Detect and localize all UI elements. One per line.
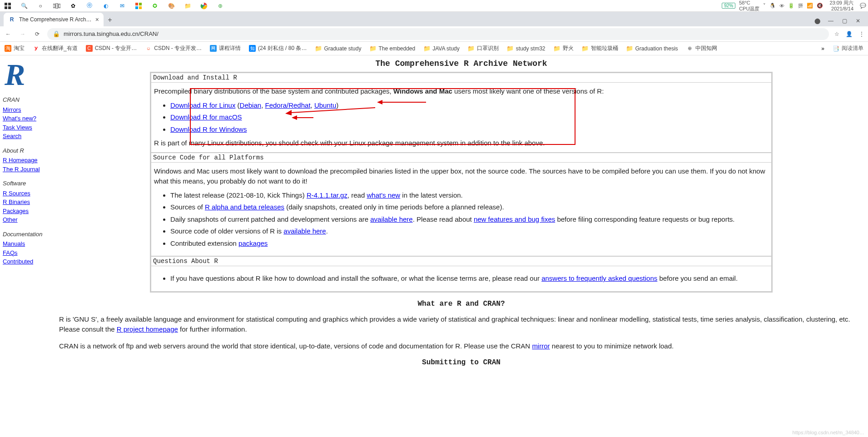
search-icon[interactable]: 🔍 [20,2,28,10]
sidebar-link-taskviews[interactable]: Task Views [3,123,52,132]
svg-rect-10 [139,6,142,9]
link-r-project[interactable]: R project homepage [117,325,178,333]
start-icon[interactable] [4,2,12,10]
bookmark-csdn[interactable]: CCSDN - 专业开… [86,45,137,52]
cortana-icon[interactable]: ○ [36,2,45,10]
tab-close-icon[interactable]: × [95,16,99,23]
main-content: The Comprehensive R Archive Network Down… [55,55,868,388]
app-icon-2[interactable]: 🎨 [167,2,175,10]
page-title: The Comprehensive R Archive Network [150,59,773,68]
volume-icon[interactable]: 🔇 [817,3,823,9]
sidebar-link-faqs[interactable]: FAQs [3,248,52,258]
profile-icon[interactable]: 👤 [846,31,853,37]
link-whats-new[interactable]: what's new [367,191,400,199]
task-view-icon[interactable] [53,2,61,10]
link-ubuntu[interactable]: Ubuntu [314,101,336,109]
ie-icon[interactable]: ⓔ [85,2,94,10]
para-r-intro: R is 'GNU S', a freely available languag… [59,314,863,335]
link-download-windows[interactable]: Download R for Windows [170,125,247,133]
sidebar-link-homepage[interactable]: R Homepage [3,156,52,165]
wechat-icon[interactable]: ✪ [151,2,159,10]
link-debian[interactable]: Debian [240,101,262,109]
csdn-icon: C [86,45,93,52]
bookmark-mask[interactable]: 📁口罩识别 [468,45,499,52]
sidebar-link-manuals[interactable]: Manuals [3,239,52,248]
sidebar-group-cran: CRAN Mirrors What's new? Task Views Sear… [3,95,52,141]
sidebar-link-sources[interactable]: R Sources [3,189,52,198]
chrome-account-icon[interactable]: ⬤ [811,15,823,26]
bookmark-thesis[interactable]: 📁Graduation thesis [626,45,678,52]
link-older-versions[interactable]: available here [283,227,326,235]
sidebar-link-whatsnew[interactable]: What's new? [3,114,52,123]
svg-rect-4 [53,4,55,8]
link-cran-mirror[interactable]: mirror [532,342,550,350]
qq-tray-icon[interactable]: 🐧 [769,3,776,9]
bookmark-stm32[interactable]: 📁study stm32 [507,45,546,52]
tray-icon-eye[interactable]: 👁 [779,3,784,9]
folder-icon: 📁 [369,45,376,52]
link-packages[interactable]: packages [238,239,268,247]
chrome-icon[interactable] [200,2,208,10]
link-alpha-beta[interactable]: R alpha and beta releases [205,203,284,211]
bookmark-embedded[interactable]: 📁The embedded [369,45,415,52]
window-close-icon[interactable]: ✕ [852,15,864,26]
sidebar-link-packages[interactable]: Packages [3,207,52,216]
chevron-down-icon[interactable]: ˅ [763,3,766,9]
svg-rect-3 [8,6,11,9]
bookmark-yehuo[interactable]: 📁野火 [554,45,574,52]
star-icon[interactable]: ☆ [834,31,839,37]
kebab-menu-icon[interactable]: ⋮ [859,31,864,37]
tray-icon-battery[interactable]: 🔋 [788,3,794,9]
bookmark-youdao[interactable]: У在线翻译_有道 [33,45,78,52]
link-snapshots[interactable]: available here [370,215,412,223]
reload-button[interactable]: ⟳ [33,30,42,39]
bookmark-zhihu[interactable]: 知(24 封私信 / 80 条… [249,45,307,52]
window-maximize-icon[interactable]: ▢ [838,15,851,26]
bookmark-more[interactable]: » [821,45,824,52]
app-icon-1[interactable]: ✿ [69,2,77,10]
back-button[interactable]: ← [4,30,13,39]
bookmark-java[interactable]: 📁JAVA study [423,45,460,52]
bookmark-taobao[interactable]: 淘淘宝 [5,45,25,52]
bookmark-trash[interactable]: 📁智能垃圾桶 [582,45,618,52]
linux-note: R is part of many Linux distributions, y… [154,138,769,149]
bookmark-cnki[interactable]: ⊕中国知网 [686,45,717,52]
bookmark-csdn-2[interactable]: ☺CSDN - 专业开发… [145,45,202,52]
forward-button[interactable]: → [18,30,27,39]
mail-icon[interactable]: ✉ [118,2,126,10]
bookmark-mooc[interactable]: 网课程详情 [210,45,241,52]
wifi-icon[interactable]: 📶 [807,3,813,9]
window-minimize-icon[interactable]: — [824,15,837,26]
link-features-bugs[interactable]: new features and bug fixes [474,215,555,223]
app-icon-3[interactable]: ⊕ [216,2,224,10]
sidebar-link-contributed[interactable]: Contributed [3,257,52,266]
cpu-temp: 58°C [739,0,759,5]
link-latest-tar[interactable]: R-4.1.1.tar.gz [307,191,347,199]
ms-icon[interactable] [134,2,143,10]
link-fedora[interactable]: Fedora/Redhat [265,101,310,109]
older-versions-row: Source code of older versions of R is av… [170,226,769,237]
link-download-macos[interactable]: Download R for macOS [170,113,242,121]
download-windows-row: Download R for Windows [170,124,769,135]
svg-rect-2 [5,6,7,9]
tab-favicon: R [8,16,15,23]
new-tab-button[interactable]: + [104,14,116,26]
sidebar-link-mirrors[interactable]: Mirrors [3,105,52,114]
link-faq[interactable]: answers to frequently asked questions [541,274,657,282]
sidebar-group-docs: Documentation Manuals FAQs Contributed [3,230,52,266]
edge-icon[interactable]: ◐ [102,2,110,10]
link-download-linux[interactable]: Download R for Linux [170,101,235,109]
explorer-icon[interactable]: 📁 [184,2,192,10]
sidebar-link-other[interactable]: Other [3,215,52,224]
address-bar[interactable]: 🔒 mirrors.tuna.tsinghua.edu.cn/CRAN/ [47,28,829,40]
sidebar-link-search[interactable]: Search [3,132,52,141]
browser-tab-active[interactable]: R The Comprehensive R Archive… × [4,13,104,26]
tray-icon-ime[interactable]: 拼 [798,2,803,9]
notification-icon[interactable]: 💬 [860,3,866,9]
sidebar-link-binaries[interactable]: R Binaries [3,198,52,207]
reading-list-button[interactable]: 📑阅读清单 [833,45,863,52]
watermark: https://blog.csdn.net/m_34840… [793,430,864,435]
clock[interactable]: 23:09 周六 2021/8/14 [827,0,856,11]
bookmark-graduate-study[interactable]: 📁Graduate study [315,45,361,52]
sidebar-link-journal[interactable]: The R Journal [3,165,52,174]
